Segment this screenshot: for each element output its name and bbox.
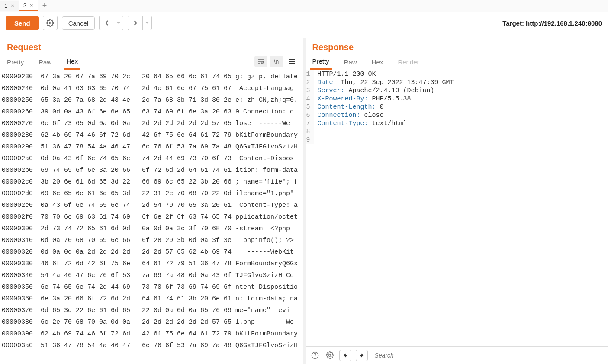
hex-row[interactable]: 000002f070 70 6c 69 63 61 74 69 6f 6e 2f… <box>2 211 301 223</box>
hex-offset: 000002a0 <box>2 153 41 164</box>
help-button[interactable] <box>310 350 320 361</box>
hex-ascii: TJFGlvoSzizH Co <box>231 270 294 281</box>
arrow-right-icon <box>359 352 365 358</box>
add-tab-button[interactable]: + <box>38 0 51 12</box>
search-next-button[interactable] <box>356 350 368 361</box>
chevron-left-icon <box>104 20 109 26</box>
response-line[interactable]: 7Content-Type: text/html <box>306 119 608 128</box>
hex-row[interactable]: 000003806c 2e 70 68 70 0a 0d 0a 2d 2d 2d… <box>2 316 301 328</box>
hex-row[interactable]: 0000026039 0d 0a 43 6f 6e 6e 65 63 74 69… <box>2 106 301 118</box>
cancel-button[interactable]: Cancel <box>62 16 95 30</box>
response-line[interactable]: 9 <box>306 136 608 144</box>
hex-row[interactable]: 000003706d 65 3d 22 6e 61 6d 65 22 0d 0a… <box>2 305 301 316</box>
hex-ascii: Q6GxTJFGlvoSzizH <box>231 340 298 351</box>
hex-row[interactable]: 000002a00d 0a 43 6f 6e 74 65 6e 74 2d 44… <box>2 153 301 164</box>
hex-offset: 00000390 <box>2 328 41 340</box>
hex-ascii: bKitFormBoundary <box>231 328 298 340</box>
hex-row[interactable]: 000003200d 0a 0d 0a 2d 2d 2d 2d 2d 2d 57… <box>2 246 301 258</box>
menu-icon <box>289 58 296 64</box>
hex-offset: 00000360 <box>2 293 41 305</box>
line-code: Date: Thu, 22 Sep 2022 13:47:39 GMT <box>314 78 454 87</box>
wrap-icon <box>257 58 264 64</box>
tab-pretty[interactable]: Pretty <box>4 54 26 69</box>
send-button[interactable]: Send <box>6 16 39 30</box>
hex-row[interactable]: 0000034054 4a 46 47 6c 76 6f 53 7a 69 7a… <box>2 270 301 281</box>
line-code: X-Powered-By: PHP/5.5.38 <box>314 95 411 103</box>
tab-hex[interactable]: Hex <box>64 53 80 70</box>
tab-raw[interactable]: Raw <box>341 54 360 69</box>
hex-offset: 00000330 <box>2 258 41 270</box>
hex-row[interactable]: 000003100d 0a 70 68 70 69 6e 66 6f 28 29… <box>2 235 301 246</box>
close-icon[interactable]: × <box>11 3 14 9</box>
hex-bytes: 69 6c 65 6e 61 6d 65 3d 22 31 2e 70 68 7… <box>41 188 231 200</box>
hex-row[interactable]: 0000039062 4b 69 74 46 6f 72 6d 42 6f 75… <box>2 328 301 340</box>
line-number: 8 <box>306 128 314 136</box>
hex-row[interactable]: 0000023067 3a 20 67 7a 69 70 2c 20 64 65… <box>2 71 301 83</box>
toolbar: Send Cancel Target: http://192.168.1.240… <box>0 12 608 34</box>
settings-button[interactable] <box>43 16 58 30</box>
hex-row[interactable]: 000002e00a 43 6f 6e 74 65 6e 74 2d 54 79… <box>2 200 301 211</box>
wrap-toggle[interactable] <box>254 56 267 67</box>
hex-bytes: 54 4a 46 47 6c 76 6f 53 7a 69 7a 48 0d 0… <box>41 270 231 281</box>
response-line[interactable]: 2Date: Thu, 22 Sep 2022 13:47:39 GMT <box>306 78 608 87</box>
caret-down-icon <box>145 21 149 25</box>
hex-row[interactable]: 000003002d 73 74 72 65 61 6d 0d 0a 0d 0a… <box>2 223 301 235</box>
request-subtabs: Pretty Raw Hex \n <box>0 53 303 70</box>
response-line[interactable]: 5Content-Length: 0 <box>306 103 608 111</box>
hex-view[interactable]: 0000023067 3a 20 67 7a 69 70 2c 20 64 65… <box>0 70 303 364</box>
response-line[interactable]: 1HTTP/1.1 200 OK <box>306 70 608 78</box>
response-line[interactable]: 3Server: Apache/2.4.10 (Debian) <box>306 87 608 95</box>
hex-row[interactable]: 0000033046 6f 72 6d 42 6f 75 6e 64 61 72… <box>2 258 301 270</box>
hex-offset: 00000320 <box>2 246 41 258</box>
hex-row[interactable]: 0000025065 3a 20 7a 68 2d 43 4e 2c 7a 68… <box>2 94 301 106</box>
line-code: HTTP/1.1 200 OK <box>314 70 376 78</box>
hex-row[interactable]: 0000028062 4b 69 74 46 6f 72 6d 42 6f 75… <box>2 129 301 141</box>
hex-bytes: 51 36 47 78 54 4a 46 47 6c 76 6f 53 7a 6… <box>41 141 231 153</box>
hex-row[interactable]: 000003a051 36 47 78 54 4a 46 47 6c 76 6f… <box>2 340 301 351</box>
hex-row[interactable]: 000003606e 3a 20 66 6f 72 6d 2d 64 61 74… <box>2 293 301 305</box>
search-input[interactable] <box>372 349 604 361</box>
hamburger-menu[interactable] <box>286 56 299 67</box>
tab-2[interactable]: 2× <box>19 0 38 11</box>
hex-row[interactable]: 000002706c 6f 73 65 0d 0a 0d 0a 2d 2d 2d… <box>2 118 301 129</box>
response-line[interactable]: 6Connection: close <box>306 111 608 119</box>
hex-row[interactable]: 000002d069 6c 65 6e 61 6d 65 3d 22 31 2e… <box>2 188 301 200</box>
line-number: 4 <box>306 95 314 103</box>
response-line[interactable]: 4X-Powered-By: PHP/5.5.38 <box>306 95 608 103</box>
show-nonprint-toggle[interactable]: \n <box>270 56 283 67</box>
line-number: 3 <box>306 87 314 95</box>
tab-1[interactable]: 1× <box>0 1 19 11</box>
hex-bytes: 0d 0a 41 63 63 65 70 74 2d 4c 61 6e 67 7… <box>41 83 231 94</box>
nav-back-menu[interactable] <box>114 16 123 30</box>
hex-bytes: 0d 0a 70 68 70 69 6e 66 6f 28 29 3b 0d 0… <box>41 235 231 246</box>
nav-back-button[interactable] <box>99 16 114 30</box>
close-icon[interactable]: × <box>30 2 33 9</box>
hex-row[interactable]: 0000029051 36 47 78 54 4a 46 47 6c 76 6f… <box>2 141 301 153</box>
hex-row[interactable]: 000002b069 74 69 6f 6e 3a 20 66 6f 72 6d… <box>2 164 301 176</box>
settings-button[interactable] <box>325 350 335 361</box>
search-prev-button[interactable] <box>339 350 351 361</box>
arrow-left-icon <box>342 352 348 358</box>
response-view[interactable]: 1HTTP/1.1 200 OK2Date: Thu, 22 Sep 2022 … <box>306 70 608 346</box>
hex-ascii: l.php ------We <box>231 316 294 328</box>
nav-fwd-button[interactable] <box>128 16 142 30</box>
tab-raw[interactable]: Raw <box>36 54 54 69</box>
hex-bytes: 67 3a 20 67 7a 69 70 2c 20 64 65 66 6c 6… <box>41 71 231 83</box>
hex-bytes: 0a 43 6f 6e 74 65 6e 74 2d 54 79 70 65 3… <box>41 200 231 211</box>
response-line[interactable]: 8 <box>306 128 608 136</box>
hex-ascii: Content-Dispos <box>231 153 294 164</box>
hex-ascii: Content-Type: a <box>231 200 298 211</box>
hex-ascii: ntent-Dispositio <box>231 281 298 293</box>
hex-row[interactable]: 000003506e 74 65 6e 74 2d 44 69 73 70 6f… <box>2 281 301 293</box>
hex-offset: 00000340 <box>2 270 41 281</box>
hex-bytes: 6c 2e 70 68 70 0a 0d 0a 2d 2d 2d 2d 2d 2… <box>41 316 231 328</box>
hex-row[interactable]: 000002400d 0a 41 63 63 65 70 74 2d 4c 61… <box>2 83 301 94</box>
line-code <box>314 136 318 144</box>
tab-pretty[interactable]: Pretty <box>310 53 332 70</box>
hex-row[interactable]: 000002c03b 20 6e 61 6d 65 3d 22 66 69 6c… <box>2 176 301 188</box>
svg-point-2 <box>328 354 331 357</box>
nav-fwd-menu[interactable] <box>142 16 152 30</box>
tab-hex[interactable]: Hex <box>369 54 386 69</box>
tab-render[interactable]: Render <box>395 54 421 69</box>
hex-ascii: phpinfo(); ?> <box>231 235 294 246</box>
